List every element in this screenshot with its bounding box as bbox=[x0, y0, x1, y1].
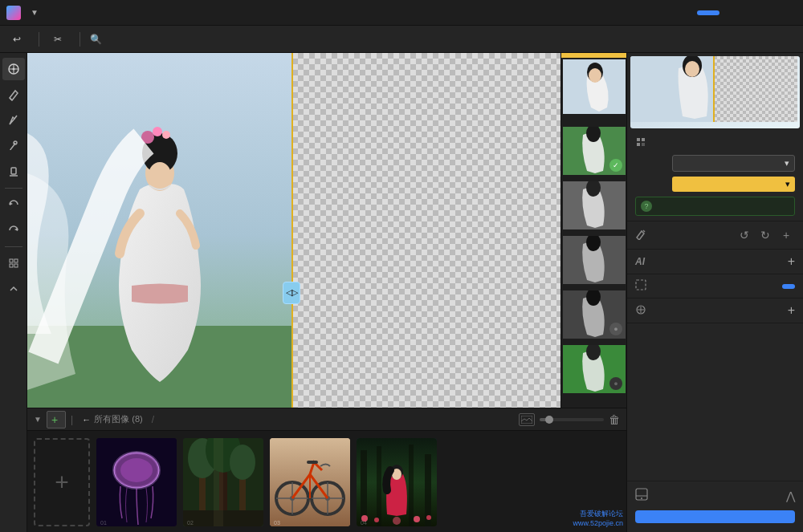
thumbnail-1[interactable]: 01 bbox=[96, 438, 177, 526]
effects-header-label bbox=[563, 120, 625, 124]
home-button[interactable] bbox=[697, 10, 719, 15]
back-arrow-icon: ← bbox=[82, 415, 91, 424]
title-dropdown-icon[interactable]: ▼ bbox=[31, 8, 39, 17]
zoom-icon: 🔍 bbox=[90, 34, 102, 45]
stamp-tool-button[interactable] bbox=[2, 160, 25, 183]
bw-label bbox=[563, 339, 625, 342]
svg-text:03: 03 bbox=[274, 520, 280, 526]
edit-redo-button[interactable]: ↻ bbox=[756, 226, 774, 244]
background-effect-item[interactable]: ✓ bbox=[563, 127, 625, 178]
grid-tool-button[interactable] bbox=[2, 252, 25, 274]
cut-button[interactable]: ✂ bbox=[49, 31, 70, 47]
refine-section: + bbox=[627, 298, 803, 323]
thumb1-svg: 01 bbox=[96, 438, 177, 526]
minimize-button[interactable] bbox=[723, 4, 745, 22]
filmstrip: ▼ + | ← 所有图像 (8) / 🗑 + bbox=[27, 408, 626, 532]
add-area-button[interactable] bbox=[782, 284, 795, 289]
main-preview-thumb[interactable] bbox=[563, 59, 626, 114]
edit-section: ↺ ↻ + bbox=[627, 221, 803, 250]
pen-tool-button[interactable] bbox=[2, 109, 25, 132]
ai-matting-icon bbox=[635, 136, 646, 150]
svg-rect-46 bbox=[637, 143, 640, 146]
rgba-tab[interactable] bbox=[561, 53, 626, 58]
add-new-photo-button[interactable]: + bbox=[34, 438, 90, 526]
svg-rect-12 bbox=[14, 259, 18, 262]
watermark-line2: www.52pojie.cn bbox=[573, 518, 623, 529]
back-to-original-button[interactable]: ↩ bbox=[8, 31, 29, 47]
bw-effect-item[interactable]: ● bbox=[563, 290, 625, 342]
plus-icon: + bbox=[51, 413, 58, 426]
redo-button[interactable] bbox=[2, 219, 25, 242]
refine-header[interactable]: + bbox=[635, 303, 795, 318]
ai-matting-header[interactable] bbox=[635, 136, 795, 150]
back-all-label: 所有图像 (8) bbox=[94, 413, 143, 425]
filmstrip-toolbar: ▼ + | ← 所有图像 (8) / 🗑 bbox=[27, 408, 626, 431]
undo-button[interactable] bbox=[2, 193, 25, 216]
svg-rect-49 bbox=[636, 280, 646, 290]
svg-point-20 bbox=[153, 127, 162, 136]
tool-separator-1 bbox=[5, 188, 22, 189]
svg-rect-11 bbox=[10, 259, 13, 262]
svg-text:02: 02 bbox=[187, 520, 194, 526]
svg-rect-70 bbox=[214, 438, 223, 526]
svg-point-22 bbox=[149, 162, 171, 188]
export-button[interactable] bbox=[635, 510, 795, 523]
divider-handle[interactable]: ◁▷ bbox=[283, 282, 300, 304]
svg-rect-44 bbox=[637, 138, 640, 141]
svg-point-93 bbox=[393, 517, 401, 525]
edit-header[interactable]: ↺ ↻ + bbox=[635, 226, 795, 244]
svg-text:01: 01 bbox=[100, 520, 107, 526]
edit-title bbox=[635, 229, 651, 242]
image-placeholder-icon bbox=[519, 413, 535, 426]
slider-handle[interactable] bbox=[545, 416, 553, 424]
ai-detect-plus-button[interactable]: + bbox=[788, 254, 795, 269]
toolbar-separator-2 bbox=[79, 32, 80, 47]
brush-tool-button[interactable] bbox=[2, 135, 25, 157]
edit-plus-button[interactable]: + bbox=[777, 226, 795, 244]
shadow-label bbox=[563, 284, 625, 287]
back-all-images-button[interactable]: ← 所有图像 (8) bbox=[78, 412, 147, 427]
add-photo-button[interactable]: + bbox=[47, 411, 66, 428]
close-button[interactable] bbox=[774, 4, 797, 22]
tools-panel bbox=[0, 53, 27, 532]
pixelate-label bbox=[563, 393, 625, 396]
edit-icon bbox=[635, 229, 646, 242]
shadow-effect-item[interactable] bbox=[563, 236, 625, 287]
thumb2-svg: 02 bbox=[183, 438, 263, 526]
export-settings-row: ⋀ bbox=[635, 488, 795, 503]
watermark-line1: 吾爱破解论坛 bbox=[573, 509, 623, 519]
thumb4-svg: 04 bbox=[357, 438, 437, 526]
manual-matting-header[interactable] bbox=[635, 279, 795, 293]
pixelate-effect-item[interactable]: ● bbox=[563, 345, 625, 396]
bride-svg bbox=[27, 53, 292, 408]
model-row: ▾ bbox=[635, 177, 795, 192]
thumbnail-3[interactable]: 03 bbox=[270, 438, 350, 526]
thumbnail-4[interactable]: 04 bbox=[357, 438, 437, 526]
delete-button[interactable]: 🗑 bbox=[609, 413, 620, 426]
bw-check-icon: ● bbox=[609, 323, 622, 335]
edit-undo-button[interactable]: ↺ bbox=[736, 226, 753, 244]
feather-effect-item[interactable] bbox=[563, 181, 625, 233]
tool-separator-2 bbox=[5, 246, 22, 247]
refine-plus-button[interactable]: + bbox=[788, 303, 795, 318]
info-question-icon: ? bbox=[641, 201, 652, 212]
svg-rect-45 bbox=[642, 138, 645, 141]
preview-thumb-svg bbox=[563, 59, 626, 114]
filmstrip-collapse-button[interactable]: ▼ bbox=[34, 415, 42, 424]
ai-detect-header[interactable]: AI + bbox=[635, 254, 795, 269]
more-tools-button[interactable] bbox=[2, 278, 25, 300]
svg-rect-14 bbox=[14, 264, 18, 267]
manual-matting-section bbox=[627, 274, 803, 298]
eraser-tool-button[interactable] bbox=[2, 83, 25, 106]
svg-line-48 bbox=[643, 230, 645, 232]
svg-rect-82 bbox=[307, 461, 318, 464]
select-tool-button[interactable] bbox=[2, 58, 25, 80]
thumbnail-size-slider[interactable] bbox=[540, 418, 604, 421]
model-select[interactable]: ▾ bbox=[672, 177, 795, 192]
maximize-button[interactable] bbox=[748, 4, 771, 22]
export-collapse-button[interactable]: ⋀ bbox=[786, 489, 795, 502]
hardware-select[interactable]: ▾ bbox=[672, 155, 795, 172]
canvas-divider-line bbox=[291, 53, 293, 408]
svg-line-5 bbox=[14, 116, 17, 119]
thumbnail-2[interactable]: 02 bbox=[183, 438, 263, 526]
